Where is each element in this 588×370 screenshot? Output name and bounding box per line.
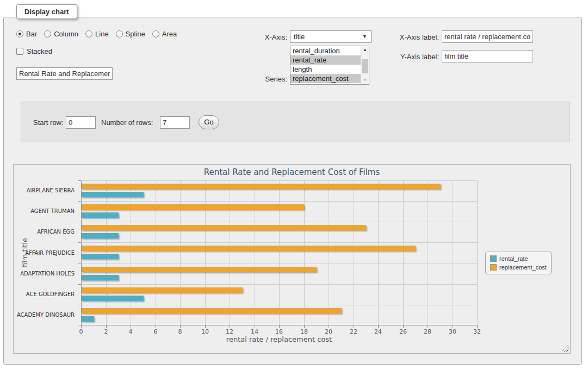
gridline [156, 180, 156, 325]
gridline [81, 180, 82, 325]
legend-swatch-icon [490, 255, 497, 262]
bar-replacement-cost[interactable] [82, 246, 416, 251]
gridline [205, 180, 206, 325]
x-axis-label-field-label: X-Axis label: [381, 33, 439, 41]
y-axis-tick [78, 305, 81, 305]
bar-rental-rate[interactable] [82, 212, 119, 218]
bar-rental-rate[interactable] [82, 254, 119, 259]
gridline [81, 284, 477, 285]
resize-handle-icon[interactable] [562, 345, 568, 352]
bar-replacement-cost[interactable] [82, 184, 441, 189]
bar-rental-rate[interactable] [82, 316, 94, 322]
gridline [81, 242, 477, 243]
radio-icon[interactable] [44, 30, 51, 37]
gridline [477, 180, 478, 325]
x-tick-label: 6 [145, 328, 166, 335]
chevron-down-icon: ▼ [362, 34, 367, 39]
category-label: AFRICAN EGG [15, 229, 78, 235]
series-listbox[interactable]: rental_durationrental_ratelengthreplacem… [290, 46, 369, 85]
x-tick-label: 0 [70, 328, 92, 335]
category-label: ACE GOLDFINGER [15, 291, 78, 297]
gridline [81, 325, 477, 325]
x-tick-label: 22 [343, 328, 364, 335]
radio-label: Bar [26, 30, 37, 38]
radio-icon[interactable] [116, 30, 123, 37]
radio-label: Spline [126, 30, 145, 38]
chart-type-radio-area[interactable]: Area [152, 30, 177, 38]
radio-label: Area [162, 30, 177, 38]
bar-replacement-cost[interactable] [82, 287, 243, 293]
row-controls-panel: Start row: Number of rows: Go [21, 102, 570, 142]
series-option-rental_duration[interactable]: rental_duration [290, 46, 361, 55]
bar-replacement-cost[interactable] [82, 308, 342, 313]
x-axis-select-label: X-Axis: [234, 33, 287, 41]
series-option-length[interactable]: length [290, 65, 361, 74]
scroll-down-icon[interactable]: ▼ [361, 77, 369, 84]
gridline [428, 180, 428, 325]
scrollbar-track[interactable] [361, 54, 369, 77]
y-axis-tick [78, 284, 81, 285]
stacked-checkbox-row[interactable]: Stacked [16, 47, 52, 55]
radio-icon[interactable] [152, 30, 159, 37]
legend-label: replacement_cost [499, 264, 547, 271]
scroll-up-icon[interactable]: ▲ [361, 46, 369, 54]
chart-title-input[interactable] [16, 67, 113, 80]
gridline [329, 180, 329, 325]
x-tick-label: 12 [219, 328, 240, 335]
y-axis-tick [78, 325, 81, 325]
series-option-rental_rate[interactable]: rental_rate [290, 55, 361, 65]
bar-replacement-cost[interactable] [82, 204, 304, 210]
x-tick-label: 30 [442, 328, 463, 335]
y-axis-tick [78, 242, 81, 243]
chart-type-radiogroup: BarColumnLineSplineArea [16, 30, 177, 38]
start-row-input[interactable] [66, 116, 96, 129]
x-axis-selected-value: title [294, 33, 305, 41]
gridline [81, 264, 477, 264]
gridline [255, 180, 255, 325]
gridline [106, 180, 107, 325]
category-label: AIRPLANE SIERRA [15, 187, 78, 193]
gridline [304, 180, 305, 325]
chart-type-radio-bar[interactable]: Bar [16, 30, 37, 38]
x-axis-select[interactable]: title ▼ [290, 30, 372, 43]
bar-rental-rate[interactable] [82, 192, 144, 197]
bar-rental-rate[interactable] [82, 296, 144, 301]
chart-type-radio-spline[interactable]: Spline [116, 30, 145, 38]
gridline [81, 180, 477, 181]
series-scrollbar[interactable]: ▲ ▼ [361, 46, 369, 84]
x-axis-label-input[interactable] [442, 30, 533, 43]
x-tick-label: 24 [367, 328, 389, 335]
bar-replacement-cost[interactable] [82, 225, 366, 230]
legend-swatch-icon [490, 264, 497, 271]
stacked-checkbox[interactable] [16, 48, 23, 55]
bar-replacement-cost[interactable] [82, 267, 317, 272]
radio-icon[interactable] [85, 30, 92, 37]
x-tick-label: 16 [268, 328, 290, 335]
legend-item-replacement_cost[interactable]: replacement_cost [490, 264, 547, 271]
legend-item-rental_rate[interactable]: rental_rate [490, 255, 547, 262]
bar-rental-rate[interactable] [82, 233, 119, 239]
gridline [453, 180, 453, 325]
series-option-replacement_cost[interactable]: replacement_cost [290, 74, 361, 83]
go-button[interactable]: Go [199, 115, 219, 129]
chart-type-radio-line[interactable]: Line [85, 30, 109, 38]
y-axis-tick [78, 180, 81, 181]
radio-label: Line [95, 30, 109, 38]
chart-type-radio-column[interactable]: Column [44, 30, 78, 38]
scrollbar-thumb[interactable] [362, 59, 368, 73]
x-tick-label: 4 [120, 328, 141, 335]
start-row-label: Start row: [33, 118, 64, 127]
gridline [403, 180, 404, 325]
radio-icon[interactable] [16, 30, 23, 37]
x-tick-label: 14 [244, 328, 265, 335]
category-label: AFFAIR PREJUDICE [15, 250, 78, 256]
bar-rental-rate[interactable] [82, 275, 119, 280]
num-rows-input[interactable] [160, 116, 190, 129]
page: Display chart BarColumnLineSplineArea St… [0, 0, 588, 370]
y-axis-label-input[interactable] [442, 50, 533, 62]
chart-container: Rental Rate and Replacement Cost of Film… [13, 164, 571, 354]
stacked-label: Stacked [27, 47, 52, 55]
radio-label: Column [54, 30, 78, 38]
legend-label: rental_rate [499, 255, 528, 262]
chart-legend: rental_ratereplacement_cost [485, 252, 552, 274]
